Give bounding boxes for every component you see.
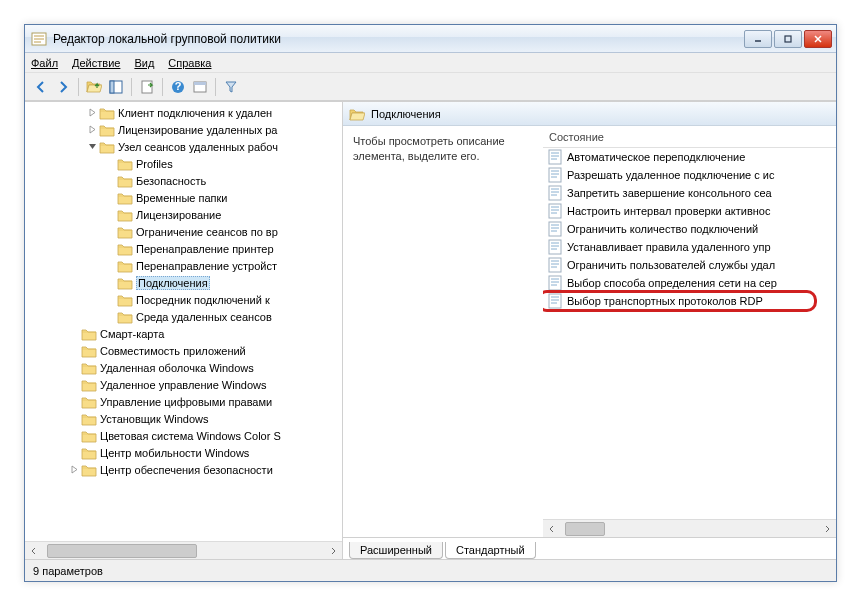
tree-item[interactable]: Удаленное управление Windows	[25, 376, 342, 393]
tree-item-label: Profiles	[136, 158, 173, 170]
svg-rect-18	[194, 82, 206, 85]
scroll-right-arrow[interactable]	[324, 542, 342, 559]
folder-icon	[99, 140, 115, 154]
svg-text:?: ?	[175, 80, 182, 92]
scroll-thumb[interactable]	[47, 544, 197, 558]
scroll-left-arrow[interactable]	[543, 520, 561, 537]
expander-placeholder	[67, 378, 81, 392]
tree-item[interactable]: Посредник подключений к	[25, 291, 342, 308]
titlebar[interactable]: Редактор локальной групповой политики	[25, 25, 836, 53]
tree-item[interactable]: Смарт-карта	[25, 325, 342, 342]
expander-placeholder	[103, 174, 117, 188]
tree-item-label: Удаленное управление Windows	[100, 379, 266, 391]
expand-icon[interactable]	[67, 463, 81, 477]
tree-item[interactable]: Среда удаленных сеансов	[25, 308, 342, 325]
expander-placeholder	[67, 344, 81, 358]
tab-standard[interactable]: Стандартный	[445, 542, 536, 559]
menubar: Файл Действие Вид Справка	[25, 53, 836, 73]
tree-item-label: Подключения	[136, 276, 210, 290]
expand-icon[interactable]	[85, 106, 99, 120]
show-hide-tree-button[interactable]	[106, 77, 126, 97]
tree-item-label: Управление цифровыми правами	[100, 396, 272, 408]
tree-item-label: Безопасность	[136, 175, 206, 187]
policy-item[interactable]: Устанавливает правила удаленного упр	[543, 238, 836, 256]
folder-icon	[81, 463, 97, 477]
tree-item[interactable]: Перенаправление принтер	[25, 240, 342, 257]
tree-item[interactable]: Узел сеансов удаленных рабоч	[25, 138, 342, 155]
policy-item[interactable]: Автоматическое переподключение	[543, 148, 836, 166]
policy-item[interactable]: Выбор транспортных протоколов RDP	[543, 292, 836, 310]
forward-button[interactable]	[53, 77, 73, 97]
tree-item[interactable]: Удаленная оболочка Windows	[25, 359, 342, 376]
tree-item[interactable]: Цветовая система Windows Color S	[25, 427, 342, 444]
tree-item[interactable]: Лицензирование	[25, 206, 342, 223]
tree-item[interactable]: Центр мобильности Windows	[25, 444, 342, 461]
menu-help[interactable]: Справка	[168, 57, 211, 69]
filter-button[interactable]	[221, 77, 241, 97]
policy-item[interactable]: Выбор способа определения сети на сер	[543, 274, 836, 292]
expander-placeholder	[103, 242, 117, 256]
policy-icon	[547, 185, 563, 201]
tree-item-label: Перенаправление устройст	[136, 260, 277, 272]
expander-placeholder	[103, 293, 117, 307]
statusbar: 9 параметров	[25, 559, 836, 581]
expander-placeholder	[103, 208, 117, 222]
minimize-button[interactable]	[744, 30, 772, 48]
tree-horizontal-scrollbar[interactable]	[25, 541, 342, 559]
close-button[interactable]	[804, 30, 832, 48]
policy-item[interactable]: Ограничить количество подключений	[543, 220, 836, 238]
policy-item-label: Запретить завершение консольного сеа	[567, 187, 772, 199]
svg-rect-13	[110, 81, 114, 93]
column-header-state[interactable]: Состояние	[543, 126, 836, 148]
tree-item[interactable]: Перенаправление устройст	[25, 257, 342, 274]
maximize-button[interactable]	[774, 30, 802, 48]
tree-item[interactable]: Совместимость приложений	[25, 342, 342, 359]
policy-icon	[547, 149, 563, 165]
list-horizontal-scrollbar[interactable]	[543, 519, 836, 537]
folder-icon	[81, 327, 97, 341]
policy-item[interactable]: Ограничить пользователей службы удал	[543, 256, 836, 274]
folder-icon	[99, 123, 115, 137]
policy-icon	[547, 203, 563, 219]
navigation-tree[interactable]: Клиент подключения к удаленЛицензировани…	[25, 102, 342, 541]
policy-item-label: Выбор транспортных протоколов RDP	[567, 295, 763, 307]
folder-icon	[117, 191, 133, 205]
tab-extended[interactable]: Расширенный	[349, 542, 443, 559]
tree-item[interactable]: Клиент подключения к удален	[25, 104, 342, 121]
tree-item[interactable]: Установщик Windows	[25, 410, 342, 427]
policy-item[interactable]: Разрешать удаленное подключение с ис	[543, 166, 836, 184]
tree-item[interactable]: Ограничение сеансов по вр	[25, 223, 342, 240]
up-button[interactable]	[84, 77, 104, 97]
scroll-right-arrow[interactable]	[818, 520, 836, 537]
scroll-thumb[interactable]	[565, 522, 605, 536]
tree-item[interactable]: Центр обеспечения безопасности	[25, 461, 342, 478]
folder-icon	[81, 446, 97, 460]
svg-rect-9	[785, 36, 791, 42]
help-button[interactable]: ?	[168, 77, 188, 97]
tree-item[interactable]: Временные папки	[25, 189, 342, 206]
tree-item[interactable]: Управление цифровыми правами	[25, 393, 342, 410]
tree-item[interactable]: Лицензирование удаленных ра	[25, 121, 342, 138]
expander-placeholder	[103, 259, 117, 273]
expand-icon[interactable]	[85, 123, 99, 137]
tree-item-label: Удаленная оболочка Windows	[100, 362, 254, 374]
policy-item[interactable]: Настроить интервал проверки активнос	[543, 202, 836, 220]
menu-file[interactable]: Файл	[31, 57, 58, 69]
policy-item-label: Ограничить пользователей службы удал	[567, 259, 775, 271]
export-button[interactable]	[137, 77, 157, 97]
menu-action[interactable]: Действие	[72, 57, 120, 69]
details-header: Подключения	[343, 102, 836, 126]
folder-icon	[81, 429, 97, 443]
folder-icon	[117, 242, 133, 256]
policy-item[interactable]: Запретить завершение консольного сеа	[543, 184, 836, 202]
scroll-left-arrow[interactable]	[25, 542, 43, 559]
tree-item[interactable]: Profiles	[25, 155, 342, 172]
back-button[interactable]	[31, 77, 51, 97]
view-tabs: Расширенный Стандартный	[343, 537, 836, 559]
tree-item[interactable]: Подключения	[25, 274, 342, 291]
collapse-icon[interactable]	[85, 140, 99, 154]
menu-view[interactable]: Вид	[134, 57, 154, 69]
policy-item-label: Ограничить количество подключений	[567, 223, 758, 235]
tree-item[interactable]: Безопасность	[25, 172, 342, 189]
properties-button[interactable]	[190, 77, 210, 97]
